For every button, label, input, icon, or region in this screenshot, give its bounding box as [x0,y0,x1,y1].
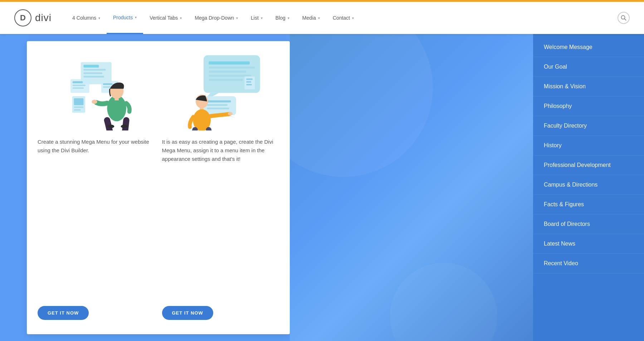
svg-rect-3 [83,65,99,68]
dropdown-item-latest-news[interactable]: Latest News [533,234,644,254]
svg-rect-17 [74,109,81,111]
svg-rect-4 [83,69,106,71]
chevron-down-icon: ▾ [352,16,354,20]
nav-item-media[interactable]: Media ▾ [296,2,326,34]
svg-rect-9 [73,85,86,86]
svg-point-43 [228,112,232,115]
svg-rect-38 [207,108,229,109]
svg-point-22 [107,125,114,128]
chevron-down-icon: ▾ [180,16,182,20]
svg-line-1 [625,19,626,20]
svg-rect-20 [114,97,118,100]
card-column-left: Create a stunning Mega Menu for your web… [38,52,155,320]
dropdown-item-philosophy[interactable]: Philosophy [533,97,644,116]
nav-item-contact[interactable]: Contact ▾ [326,2,360,34]
nav-item-list[interactable]: List ▾ [244,2,269,34]
svg-rect-15 [74,98,84,105]
chevron-down-icon: ▾ [135,15,137,19]
get-it-now-button-right[interactable]: GET IT NOW [162,306,213,320]
middle-area [290,34,533,341]
svg-rect-16 [74,107,84,108]
logo[interactable]: D divi [14,9,52,26]
svg-rect-32 [246,81,251,83]
illustration-right [162,52,279,130]
dropdown-item-our-goal[interactable]: Our Goal [533,57,644,77]
svg-rect-37 [207,104,227,106]
card-right-text: It is as easy as creating a page, create… [162,138,279,297]
mega-menu-panel: Create a stunning Mega Menu for your web… [27,41,290,334]
svg-rect-8 [73,81,83,83]
svg-rect-28 [209,75,252,77]
svg-rect-12 [103,83,113,85]
svg-rect-31 [246,79,252,80]
svg-point-23 [121,125,128,128]
chevron-down-icon: ▾ [261,16,263,20]
svg-rect-5 [83,72,102,74]
nav-menu: 4 Columns ▾ Products ▾ Vertical Tabs ▾ M… [66,2,618,34]
dropdown-item-campus-directions[interactable]: Campus & Directions [533,175,644,195]
svg-rect-25 [209,61,250,65]
svg-point-21 [92,100,97,104]
dropdown-item-board-of-directors[interactable]: Board of Directors [533,214,644,234]
svg-rect-6 [83,76,104,78]
logo-icon: D [14,9,31,26]
get-it-now-button-left[interactable]: GET IT NOW [38,306,89,320]
card-left-text: Create a stunning Mega Menu for your web… [38,138,155,297]
svg-rect-27 [209,71,246,73]
search-button[interactable] [618,12,630,24]
navbar: D divi 4 Columns ▾ Products ▾ Vertical T… [0,2,644,34]
chevron-down-icon: ▾ [318,16,320,20]
svg-rect-29 [209,79,243,81]
chevron-down-icon: ▾ [98,16,100,20]
card-columns: Create a stunning Mega Menu for your web… [38,52,279,320]
svg-rect-30 [244,76,255,89]
dropdown-item-facts-figures[interactable]: Facts & Figures [533,195,644,214]
dropdown-item-faculty-directory[interactable]: Faculty Directory [533,116,644,136]
card-column-right: It is as easy as creating a page, create… [162,52,279,320]
nav-item-mega-dropdown[interactable]: Mega Drop-Down ▾ [188,2,244,34]
svg-rect-33 [246,84,252,85]
dropdown-item-professional-development[interactable]: Professional Development [533,155,644,175]
dropdown-item-history[interactable]: History [533,136,644,155]
nav-item-vertical-tabs[interactable]: Vertical Tabs ▾ [143,2,188,34]
svg-rect-36 [207,100,231,103]
dropdown-item-mission-vision[interactable]: Mission & Vision [533,77,644,97]
dropdown-item-recent-video[interactable]: Recent Video [533,254,644,273]
svg-rect-10 [73,87,84,89]
logo-text: divi [35,12,52,24]
svg-rect-26 [209,66,255,69]
chevron-down-icon: ▾ [288,16,289,20]
dropdown-menu-panel: Welcome Message Our Goal Mission & Visio… [533,34,644,341]
nav-item-products[interactable]: Products ▾ [107,2,143,34]
illustration-left [38,52,155,130]
main-content: Create a stunning Mega Menu for your web… [0,34,644,341]
dropdown-item-welcome[interactable]: Welcome Message [533,38,644,57]
nav-item-4columns[interactable]: 4 Columns ▾ [66,2,107,34]
chevron-down-icon: ▾ [236,16,238,20]
nav-item-blog[interactable]: Blog ▾ [269,2,296,34]
